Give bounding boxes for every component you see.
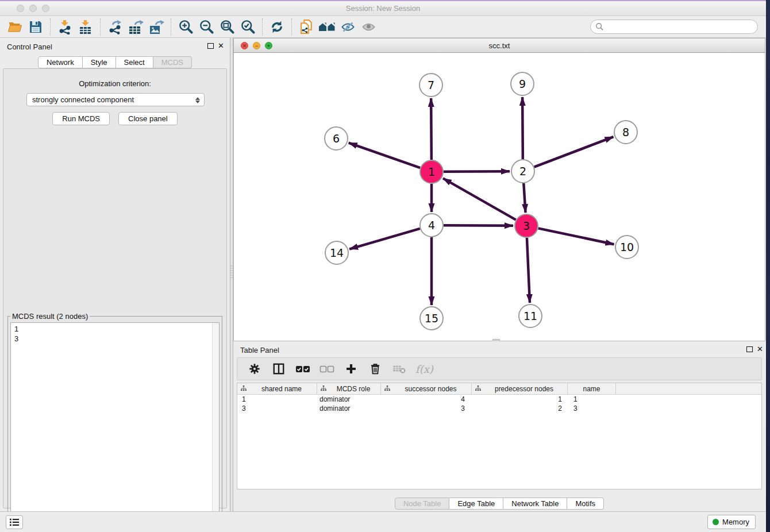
import-network-icon[interactable] [55,18,75,36]
cell-predecessor-nodes[interactable]: 1 [472,395,568,404]
optimization-criterion-select[interactable]: strongly connected component [26,93,205,106]
tab-style[interactable]: Style [83,56,116,68]
edge-3-10[interactable] [538,228,614,244]
app-titlebar: Session: New Session [0,1,766,16]
edge-1-2[interactable] [444,171,510,172]
float-table-panel-icon[interactable] [746,346,753,352]
node-4[interactable]: 4 [420,214,443,237]
run-mcds-button[interactable]: Run MCDS [52,112,110,125]
edge-1-6[interactable] [349,143,420,168]
search-input[interactable] [590,20,758,34]
node-10[interactable]: 10 [615,236,638,259]
column-header-shared-name[interactable]: shared name [237,383,317,394]
cell-mcds-role[interactable]: dominator [317,404,381,413]
mcds-result-list[interactable]: 1 3 [10,322,220,530]
cell-successor-nodes[interactable]: 3 [381,404,472,413]
cell-shared-name[interactable]: 1 [237,395,317,404]
control-panel-tabs: Network Style Select MCDS [0,56,230,68]
tab-node-table[interactable]: Node Table [395,498,450,510]
toolbar-separator [291,18,292,36]
node-7[interactable]: 7 [419,74,442,97]
show-graphics-details-icon[interactable] [358,18,379,36]
column-header-mcds-role[interactable]: MCDS role [317,383,381,394]
open-session-icon[interactable] [5,18,25,36]
automation-list-icon[interactable] [6,515,23,529]
float-panel-icon[interactable] [207,43,214,49]
cell-successor-nodes[interactable]: 4 [381,395,472,404]
refresh-view-icon[interactable] [267,18,287,36]
tab-network[interactable]: Network [38,56,83,68]
save-session-icon[interactable] [25,18,46,36]
column-header-predecessor-nodes[interactable]: predecessor nodes [472,383,568,394]
node-6[interactable]: 6 [325,127,348,150]
cell-shared-name[interactable]: 3 [237,404,317,413]
zoom-in-icon[interactable] [175,18,196,36]
export-image-icon[interactable] [146,18,167,36]
export-network-icon[interactable] [105,18,125,36]
network-canvas[interactable]: 7968124314101511 [233,53,765,341]
export-table-icon[interactable] [125,18,146,36]
node-table: shared name MCDS role successor nodes pr… [237,383,762,489]
mcds-result-title: MCDS result (2 nodes) [10,312,90,321]
table-row[interactable]: 3 dominator 3 2 3 [237,404,761,413]
svg-text:4: 4 [428,219,435,232]
splitter-grip[interactable] [230,265,233,278]
table-panel-header: Table Panel ✕ [233,341,765,356]
tab-mcds[interactable]: MCDS [153,56,192,68]
node-11[interactable]: 11 [519,304,542,327]
hierarchy-icon [241,385,247,393]
table-header-row: shared name MCDS role successor nodes pr… [237,383,761,395]
edge-2-8[interactable] [534,137,614,167]
network-window-titlebar[interactable]: ✕ − + scc.txt [233,38,765,53]
node-3[interactable]: 3 [515,214,538,237]
edge-4-14[interactable] [349,229,420,249]
result-scrollbar[interactable] [212,323,219,530]
table-panel: Table Panel ✕ [233,341,765,511]
node-14[interactable]: 14 [325,241,348,264]
tab-network-table[interactable]: Network Table [503,498,567,510]
close-panel-button[interactable]: Close panel [118,112,178,125]
edge-2-9[interactable] [522,97,523,159]
control-panel-title: Control Panel [7,43,52,51]
table-row[interactable]: 1 dominator 4 1 1 [237,395,761,404]
column-header-successor-nodes[interactable]: successor nodes [381,383,472,394]
node-15[interactable]: 15 [420,307,443,330]
hierarchy-icon [475,385,481,393]
edge-2-3[interactable] [523,183,525,213]
memory-button[interactable]: Memory [707,515,756,529]
column-header-name[interactable]: name [568,383,616,394]
cell-predecessor-nodes[interactable]: 2 [472,404,568,413]
zoom-fit-icon[interactable] [217,18,237,36]
table-panel-tabs: Node Table Edge Table Network Table Moti… [233,498,765,510]
node-9[interactable]: 9 [511,72,534,95]
hide-graphics-details-icon[interactable] [337,18,358,36]
node-1[interactable]: 1 [420,160,443,183]
edge-3-11[interactable] [527,238,530,303]
import-table-icon[interactable] [75,18,96,36]
tab-motifs[interactable]: Motifs [567,498,604,510]
edge-4-3[interactable] [444,225,513,226]
mcds-homes-icon[interactable] [317,18,337,36]
table-settings-icon[interactable] [247,361,263,377]
cell-name[interactable]: 3 [568,404,616,413]
cell-mcds-role[interactable]: dominator [317,395,381,404]
tab-edge-table[interactable]: Edge Table [449,498,503,510]
cell-name[interactable]: 1 [568,395,616,404]
close-panel-icon[interactable]: ✕ [218,41,224,50]
close-table-panel-icon[interactable]: ✕ [757,345,763,353]
zoom-selected-icon[interactable] [237,18,258,36]
edge-1-7[interactable] [431,98,432,160]
node-2[interactable]: 2 [511,160,534,183]
edge-3-1[interactable] [443,178,516,219]
add-column-icon[interactable] [343,361,359,377]
tab-select[interactable]: Select [116,56,153,68]
clone-network-icon[interactable] [296,18,317,36]
node-8[interactable]: 8 [614,121,637,144]
select-all-icon[interactable] [295,361,311,377]
mcds-result-line: 3 [14,334,219,344]
zoom-out-icon[interactable] [196,18,217,36]
deselect-all-icon[interactable] [319,361,335,377]
delete-column-icon[interactable] [367,361,383,377]
hierarchy-icon [384,385,390,393]
show-columns-icon[interactable] [271,361,287,377]
